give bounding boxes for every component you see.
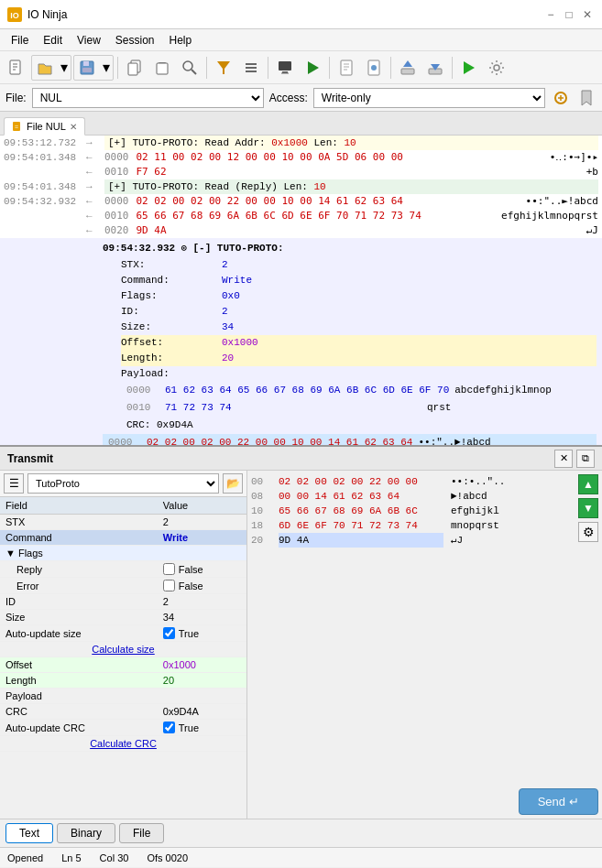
monitor-button[interactable]: [272, 55, 298, 81]
decoded-row-length: Length:20: [121, 351, 597, 366]
app-icon: IO: [7, 7, 22, 22]
tab-label: File NUL: [27, 121, 66, 132]
field-value[interactable]: True: [158, 625, 246, 642]
field-value[interactable]: True: [158, 720, 246, 736]
table-row[interactable]: Command Write: [0, 530, 246, 546]
upload-button[interactable]: [395, 55, 421, 81]
settings-button[interactable]: [238, 55, 264, 81]
log-direction: →: [86, 179, 104, 194]
calculate-size-link[interactable]: Calculate size: [92, 644, 154, 655]
table-row[interactable]: Length 20: [0, 673, 246, 689]
transmit-detach-button[interactable]: ⧉: [576, 450, 595, 468]
field-value[interactable]: [158, 689, 246, 704]
open-button[interactable]: [32, 55, 58, 81]
svg-rect-18: [246, 71, 257, 72]
connect-button[interactable]: [551, 88, 571, 108]
doc2-button[interactable]: [361, 55, 387, 81]
field-value[interactable]: 0x9D4A: [158, 704, 246, 720]
toolbar-separator-3: [268, 57, 268, 79]
minimize-button[interactable]: −: [543, 7, 558, 22]
menu-help[interactable]: Help: [162, 32, 200, 49]
bookmark-button[interactable]: [576, 88, 597, 108]
menu-view[interactable]: View: [70, 32, 108, 49]
hex-vals: 9D 4A: [279, 533, 443, 548]
table-row[interactable]: Offset 0x1000: [0, 657, 246, 673]
send-button[interactable]: Send ↵: [519, 788, 598, 815]
field-value[interactable]: False: [158, 578, 246, 594]
raw-hex-row-1: 0000 02 02 00 02 00 22 00 00 10 00 14 61…: [103, 434, 597, 447]
auto-update-crc-value: True: [179, 722, 199, 733]
error-checkbox[interactable]: [163, 580, 175, 591]
maximize-button[interactable]: □: [562, 7, 576, 22]
transmit-load-button[interactable]: 📂: [223, 473, 243, 494]
decoded-header: 09:54:32.932 ⊙ [-] TUTO-PROTO:: [103, 240, 597, 257]
decoded-row-flags: Flags:0x0: [121, 288, 597, 304]
field-value[interactable]: False: [158, 561, 246, 578]
field-value[interactable]: 2: [158, 594, 246, 610]
scroll-up-button[interactable]: ▲: [578, 474, 598, 494]
tab-close-button[interactable]: ✕: [70, 122, 77, 132]
transmit-menu-button[interactable]: ☰: [4, 473, 24, 494]
auto-update-crc-checkbox[interactable]: [163, 722, 175, 733]
table-row[interactable]: STX 2: [0, 515, 246, 530]
filter-button[interactable]: [211, 55, 236, 81]
tab-binary[interactable]: Binary: [57, 823, 115, 843]
open-dropdown[interactable]: ▾: [58, 55, 71, 81]
download-button[interactable]: [422, 55, 448, 81]
table-row[interactable]: Error False: [0, 578, 246, 594]
tab-text[interactable]: Text: [5, 823, 53, 843]
field-value[interactable]: Write: [158, 530, 246, 546]
hex-vals: 65 66 67 68 69 6A 6B 6C: [279, 504, 443, 518]
gear-button[interactable]: [484, 55, 509, 81]
table-row[interactable]: CRC 0x9D4A: [0, 704, 246, 720]
scroll-down-button[interactable]: ▼: [578, 498, 598, 518]
settings-hex-button[interactable]: ⚙: [578, 522, 598, 542]
copy-button[interactable]: [122, 55, 148, 81]
titlebar-left: IO IO Ninja: [7, 7, 67, 22]
svg-rect-23: [341, 60, 352, 75]
close-button[interactable]: ✕: [580, 7, 595, 22]
svg-marker-30: [403, 60, 412, 67]
hex-display-row: 18 6D 6E 6F 70 71 72 73 74 mnopqrst: [251, 518, 571, 533]
table-row[interactable]: Payload: [0, 689, 246, 704]
tab-file[interactable]: File: [119, 823, 164, 843]
file-select[interactable]: NUL: [32, 88, 264, 108]
menu-file[interactable]: File: [4, 32, 36, 49]
table-row[interactable]: Size 34: [0, 610, 246, 625]
decoded-row-id: ID:2: [121, 304, 597, 320]
field-value[interactable]: 0x1000: [158, 657, 246, 673]
paste-button[interactable]: [149, 55, 175, 81]
auto-update-size-checkbox[interactable]: [163, 627, 175, 639]
search-button[interactable]: [177, 55, 202, 81]
table-row[interactable]: Reply False: [0, 561, 246, 578]
table-row-calc-crc[interactable]: Calculate CRC: [0, 736, 246, 752]
table-row-flags[interactable]: ▼ Flags: [0, 546, 246, 561]
table-row[interactable]: Auto-update size True: [0, 625, 246, 642]
calculate-crc-link[interactable]: Calculate CRC: [90, 738, 157, 749]
reply-checkbox[interactable]: [163, 563, 175, 575]
doc-button[interactable]: [334, 55, 359, 81]
play2-button[interactable]: [456, 55, 482, 81]
log-row: 09:53:12.732 → [+] TUTO-PROTO: Read Addr…: [0, 136, 602, 150]
field-value[interactable]: 20: [158, 673, 246, 689]
hex-display-row: 10 65 66 67 68 69 6A 6B 6C efghijkl: [251, 504, 571, 518]
table-row-calc-size[interactable]: Calculate size: [0, 642, 246, 657]
field-value[interactable]: 34: [158, 610, 246, 625]
log-content: [+] TUTO-PROTO: Read (Reply) Len: 10: [104, 179, 598, 194]
transmit-close-button[interactable]: ✕: [554, 450, 573, 468]
log-area[interactable]: 09:53:12.732 → [+] TUTO-PROTO: Read Addr…: [0, 136, 602, 447]
field-value[interactable]: 2: [158, 515, 246, 530]
new-button[interactable]: [4, 55, 29, 81]
tab-file-nul[interactable]: = File NUL ✕: [4, 117, 85, 136]
save-dropdown[interactable]: ▾: [100, 55, 113, 81]
menu-edit[interactable]: Edit: [36, 32, 70, 49]
table-row[interactable]: ID 2: [0, 594, 246, 610]
play-button[interactable]: [300, 55, 325, 81]
proto-select[interactable]: TutoProto: [27, 473, 219, 494]
bottom-tabs: Text Binary File: [0, 819, 602, 847]
save-button[interactable]: [74, 55, 100, 81]
table-row[interactable]: Auto-update CRC True: [0, 720, 246, 736]
menu-session[interactable]: Session: [108, 32, 162, 49]
field-name: STX: [0, 515, 158, 530]
access-select[interactable]: Write-only: [313, 88, 545, 108]
